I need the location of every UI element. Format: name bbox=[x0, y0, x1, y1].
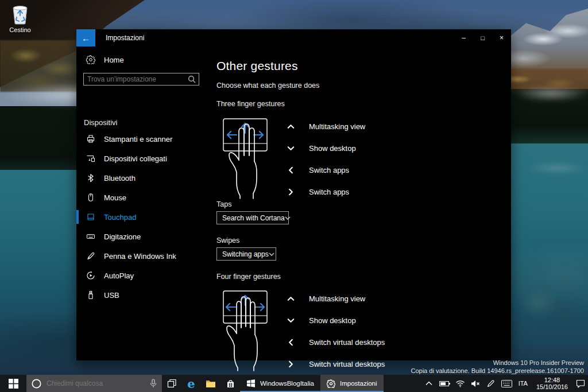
minimize-button[interactable]: – bbox=[454, 29, 473, 46]
task-view-icon[interactable] bbox=[162, 375, 181, 392]
gear-icon bbox=[327, 379, 335, 388]
chevron-right-icon bbox=[287, 360, 295, 368]
insider-watermark: Windows 10 Pro Insider Preview Copia di … bbox=[411, 359, 585, 375]
edge-icon[interactable]: e bbox=[181, 375, 201, 392]
action-center-icon[interactable] bbox=[572, 375, 588, 392]
microphone-icon[interactable] bbox=[149, 379, 157, 388]
sidebar-item-home[interactable]: Home bbox=[82, 52, 124, 67]
sidebar-item-dispositivi-collegati[interactable]: Dispositivi collegati bbox=[76, 149, 216, 168]
taps-select[interactable]: Search with Cortana bbox=[216, 211, 289, 224]
volume-muted-icon[interactable] bbox=[468, 375, 483, 392]
gesture-row: Show desktop bbox=[287, 137, 510, 159]
pen-icon bbox=[86, 251, 95, 261]
chevron-left-icon bbox=[287, 166, 295, 174]
chevron-down-icon bbox=[287, 144, 295, 153]
swipes-select[interactable]: Switching apps bbox=[216, 247, 276, 261]
search-icon[interactable] bbox=[187, 75, 196, 84]
wifi-icon[interactable] bbox=[452, 375, 468, 392]
back-button[interactable]: ← bbox=[76, 29, 95, 46]
wallpaper-reflection bbox=[505, 270, 588, 344]
chevron-left-icon bbox=[287, 338, 295, 347]
four-finger-heading: Four finger gestures bbox=[216, 273, 281, 281]
tray-chevron-up-icon[interactable] bbox=[421, 375, 437, 392]
gear-icon bbox=[86, 55, 95, 64]
connected-devices-icon bbox=[86, 154, 95, 163]
mouse-icon bbox=[86, 193, 95, 202]
clock-date: 15/10/2016 bbox=[536, 383, 568, 390]
battery-icon[interactable] bbox=[437, 375, 452, 392]
chevron-down-icon bbox=[287, 316, 295, 325]
watermark-line2: Copia di valutazione. Build 14946.rs_pre… bbox=[411, 367, 585, 375]
clock-time: 12:48 bbox=[536, 377, 568, 383]
recycle-bin-icon bbox=[10, 3, 30, 25]
touchpad-icon bbox=[86, 212, 95, 222]
window-title: Impostazioni bbox=[106, 34, 144, 42]
chevron-up-icon bbox=[287, 122, 295, 131]
recycle-bin-desktop-icon[interactable]: Cestino bbox=[2, 3, 38, 33]
wallpaper-mist bbox=[520, 161, 588, 176]
sidebar-item-stampanti-e-scanner[interactable]: Stampanti e scanner bbox=[76, 129, 216, 149]
settings-search-input[interactable] bbox=[84, 75, 187, 83]
touch-keyboard-icon[interactable] bbox=[499, 375, 514, 392]
clock[interactable]: 12:48 15/10/2016 bbox=[532, 377, 572, 390]
autoplay-icon bbox=[86, 271, 95, 280]
chevron-down-icon bbox=[285, 216, 291, 220]
language-indicator[interactable]: ITA bbox=[514, 380, 532, 387]
start-button[interactable] bbox=[0, 375, 26, 392]
gesture-row: Multitasking view bbox=[287, 288, 510, 309]
selected-accent-bar bbox=[76, 210, 79, 224]
windowsblogitalia-icon bbox=[246, 379, 256, 388]
sidebar-item-penna-e-windows-ink[interactable]: Penna e Windows Ink bbox=[76, 246, 216, 266]
taskbar-app-windowsblogitalia[interactable]: WindowsBlogItalia bbox=[240, 375, 320, 392]
cortana-search-input[interactable] bbox=[47, 379, 145, 387]
page-subtitle: Choose what each gesture does bbox=[216, 81, 319, 90]
swipes-label: Swipes bbox=[216, 236, 239, 244]
sidebar-section-header: Dispositivi bbox=[84, 118, 118, 127]
taps-label: Taps bbox=[216, 200, 231, 208]
settings-content: Other gestures Choose what each gesture … bbox=[216, 46, 511, 360]
sidebar-item-mouse[interactable]: Mouse bbox=[76, 188, 216, 207]
three-finger-illustration bbox=[221, 118, 276, 199]
sidebar-item-digitazione[interactable]: Digitazione bbox=[76, 227, 216, 246]
chevron-right-icon bbox=[287, 188, 295, 196]
three-finger-heading: Three finger gestures bbox=[216, 100, 285, 108]
gesture-row: Switch virtual desktops bbox=[287, 331, 510, 353]
watermark-line1: Windows 10 Pro Insider Preview bbox=[411, 359, 585, 367]
page-title: Other gestures bbox=[216, 59, 298, 73]
recycle-bin-label: Cestino bbox=[2, 26, 38, 33]
sidebar-item-touchpad[interactable]: Touchpad bbox=[76, 207, 216, 227]
settings-window: ← Impostazioni – □ × Home bbox=[76, 29, 511, 360]
gesture-row: Show desktop bbox=[287, 309, 510, 331]
titlebar: ← Impostazioni – □ × bbox=[76, 29, 511, 46]
keyboard-icon bbox=[86, 232, 95, 241]
four-finger-illustration bbox=[221, 290, 276, 371]
settings-search-box[interactable] bbox=[83, 73, 199, 86]
printer-icon bbox=[86, 134, 95, 143]
cortana-search-box[interactable] bbox=[26, 375, 162, 392]
maximize-button[interactable]: □ bbox=[473, 29, 492, 46]
system-tray: ITA 12:48 15/10/2016 bbox=[421, 375, 588, 392]
sidebar-item-bluetooth[interactable]: Bluetooth bbox=[76, 168, 216, 188]
three-finger-gesture-list: Multitasking view Show desktop Switch ap… bbox=[287, 115, 510, 203]
usb-icon bbox=[86, 290, 95, 300]
sidebar-item-usb[interactable]: USB bbox=[76, 285, 216, 305]
chevron-up-icon bbox=[287, 294, 295, 303]
file-explorer-icon[interactable] bbox=[201, 375, 220, 392]
gesture-row: Switch apps bbox=[287, 159, 510, 181]
bluetooth-icon bbox=[86, 173, 95, 183]
taskbar-app-impostazioni[interactable]: Impostazioni bbox=[320, 375, 384, 392]
sidebar-item-autoplay[interactable]: AutoPlay bbox=[76, 266, 216, 285]
cortana-icon bbox=[31, 378, 42, 389]
chevron-down-icon bbox=[269, 253, 274, 256]
sidebar-items: Stampanti e scanner Dispositivi collegat… bbox=[76, 129, 216, 305]
desktop: Cestino ← Impostazioni – □ × Home bbox=[0, 0, 588, 392]
store-icon[interactable] bbox=[220, 375, 240, 392]
wallpaper-mist bbox=[505, 83, 588, 104]
gesture-row: Multitasking view bbox=[287, 115, 510, 137]
taskbar: e WindowsBlogItalia Impostazioni bbox=[0, 375, 588, 392]
pen-tray-icon[interactable] bbox=[483, 375, 499, 392]
gesture-row: Switch apps bbox=[287, 181, 510, 203]
settings-sidebar: Home Dispositivi bbox=[76, 46, 216, 360]
close-button[interactable]: × bbox=[492, 29, 511, 46]
sidebar-home-label: Home bbox=[104, 56, 124, 64]
